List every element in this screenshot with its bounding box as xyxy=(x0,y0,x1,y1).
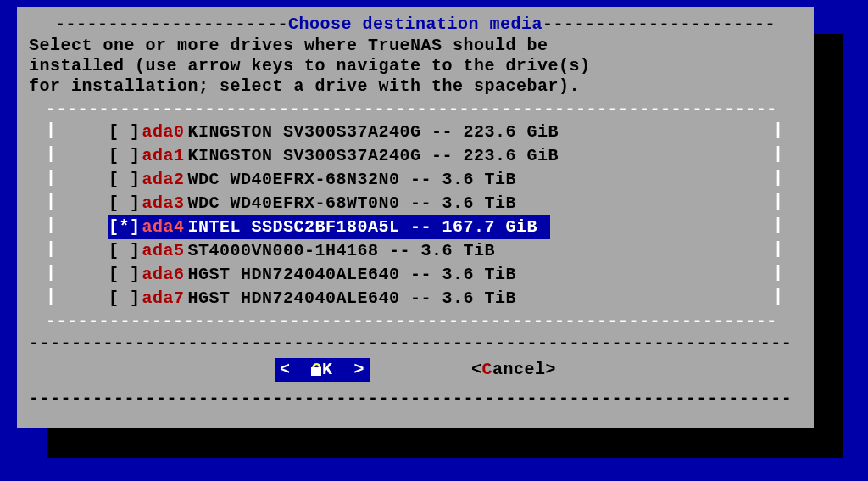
dialog-box: ----------------------Choose destination… xyxy=(17,7,814,428)
drive-description: KINGSTON SV300S37A240G -- 223.6 GiB xyxy=(186,120,561,144)
drive-name: ada3 xyxy=(141,192,186,215)
checkbox-icon[interactable]: [ ] xyxy=(108,168,141,192)
drive-list-frame: ----------------------------------------… xyxy=(46,100,785,331)
checkbox-icon[interactable]: [ ] xyxy=(108,263,141,287)
checkbox-icon[interactable]: [ ] xyxy=(108,192,141,215)
drive-name: ada4 xyxy=(141,215,186,239)
ok-button[interactable]: < OK > xyxy=(275,358,370,382)
bottom-border: ----------------------------------------… xyxy=(29,390,802,407)
drive-name: ada0 xyxy=(141,120,186,144)
checkbox-icon[interactable]: [ ] xyxy=(108,144,141,168)
divider: ----------------------------------------… xyxy=(29,334,802,353)
drive-row-ada5[interactable]: [ ] ada5 ST4000VN000-1H4168 -- 3.6 TiB xyxy=(58,239,773,263)
checkbox-icon[interactable]: [*] xyxy=(108,215,141,239)
drive-name: ada6 xyxy=(141,263,186,287)
drive-row-ada7[interactable]: [ ] ada7 HGST HDN724040ALE640 -- 3.6 TiB xyxy=(58,287,773,310)
frame-right: | | | | | | | | xyxy=(773,119,785,312)
checkbox-icon[interactable]: [ ] xyxy=(108,120,141,144)
drive-row-ada2[interactable]: [ ] ada2 WDC WD40EFRX-68N32N0 -- 3.6 TiB xyxy=(58,168,773,192)
drive-description: ST4000VN000-1H4168 -- 3.6 TiB xyxy=(186,239,498,263)
drive-row-ada1[interactable]: [ ] ada1 KINGSTON SV300S37A240G -- 223.6… xyxy=(58,144,773,168)
drive-row-ada3[interactable]: [ ] ada3 WDC WD40EFRX-68WT0N0 -- 3.6 TiB xyxy=(58,192,773,215)
drive-description: HGST HDN724040ALE640 -- 3.6 TiB xyxy=(186,263,519,287)
drive-row-ada4[interactable]: [*] ada4 INTEL SSDSC2BF180A5L -- 167.7 G… xyxy=(58,215,773,239)
checkbox-icon[interactable]: [ ] xyxy=(108,239,141,263)
drive-name: ada1 xyxy=(141,144,186,168)
drive-description: KINGSTON SV300S37A240G -- 223.6 GiB xyxy=(186,144,561,168)
drive-row-ada6[interactable]: [ ] ada6 HGST HDN724040ALE640 -- 3.6 TiB xyxy=(58,263,773,287)
frame-top: ----------------------------------------… xyxy=(46,100,785,119)
drive-description: WDC WD40EFRX-68WT0N0 -- 3.6 TiB xyxy=(186,192,519,215)
dialog-title: Choose destination media xyxy=(288,14,542,34)
checkbox-icon[interactable]: [ ] xyxy=(108,287,141,310)
drive-name: ada5 xyxy=(141,239,186,263)
drive-row-ada0[interactable]: [ ] ada0 KINGSTON SV300S37A240G -- 223.6… xyxy=(58,120,773,144)
title-bar: ----------------------Choose destination… xyxy=(29,15,802,34)
frame-left: | | | | | | | | xyxy=(46,119,58,312)
frame-bottom: ----------------------------------------… xyxy=(46,312,785,331)
drive-description: WDC WD40EFRX-68N32N0 -- 3.6 TiB xyxy=(186,168,519,192)
button-row: < OK > <Cancel> xyxy=(29,358,802,382)
drive-list[interactable]: [ ] ada0 KINGSTON SV300S37A240G -- 223.6… xyxy=(58,119,773,312)
drive-description: HGST HDN724040ALE640 -- 3.6 TiB xyxy=(186,287,519,310)
cancel-button[interactable]: <Cancel> xyxy=(471,358,556,382)
drive-description: INTEL SSDSC2BF180A5L -- 167.7 GiB xyxy=(186,215,550,239)
instructions: Select one or more drives where TrueNAS … xyxy=(29,36,802,97)
drive-name: ada7 xyxy=(141,287,186,310)
drive-name: ada2 xyxy=(141,168,186,192)
